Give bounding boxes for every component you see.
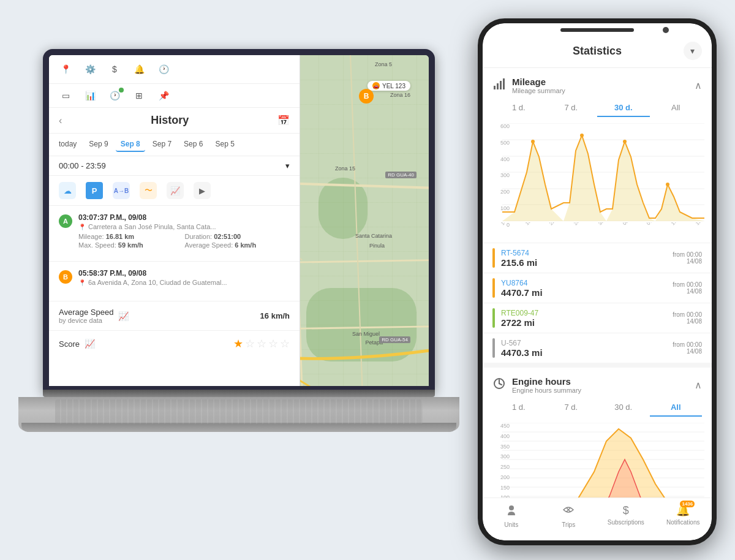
vehicle-right-yu8764: from 00:00 14/08 [673,281,702,295]
park-area-1 [306,288,417,361]
rectangle-toolbar-icon[interactable]: ▭ [59,89,72,102]
engine-period-tabs: 1 d. 7 d. 30 d. All [483,399,712,423]
vehicle-entry-rte00947[interactable]: RTE009-47 2722 mi from 00:00 14/08 [483,303,712,333]
mileage-title: Mileage [512,77,565,87]
time-range-selector[interactable]: 00:00 - 23:59 ▾ [49,156,300,176]
star-2: ☆ [245,337,255,350]
date-tab-today[interactable]: today [54,137,81,152]
stars-rating[interactable]: ★ ☆ ☆ ☆ ☆ [233,337,290,350]
toolbar-panel: 📍 ⚙️ $ 🔔 🕐 ▭ 📊 🕐 ⊞ [49,55,300,386]
route-action-icon[interactable]: 〜 [140,182,157,199]
parking-action-icon[interactable]: P [86,182,103,199]
vehicle-entry-u567[interactable]: U-567 4470.3 mi from 00:00 14/08 [483,333,712,363]
location-toolbar-icon[interactable]: 📍 [59,62,72,76]
laptop-screen: Ciudad de Guatemala Santa Catarina Pinul… [43,49,435,392]
clock-toolbar-icon[interactable]: 🕐 [157,62,170,76]
date-tab-sep8[interactable]: Sep 8 [116,137,145,152]
phone-expand-button[interactable]: ▾ [684,42,702,60]
phone: Statistics ▾ [478,18,717,545]
play-action-icon[interactable]: ▶ [194,182,211,199]
period-tab-7d[interactable]: 7 d. [545,99,598,117]
period-tab-30d[interactable]: 30 d. [597,99,650,117]
vehicle-info-yu8764: YU8764 4470.7 mi [501,279,543,298]
ab-action-icon[interactable]: A→B [113,182,130,199]
vehicle-name-rte00947: RTE009-47 [501,309,538,317]
time-range-value: 00:00 - 23:59 [59,161,106,170]
cloud-action-icon[interactable]: ☁ [59,182,76,199]
engine-tab-7d[interactable]: 7 d. [545,399,598,417]
date-tab-sep9[interactable]: Sep 9 [84,137,113,152]
x-2208: 22/08 [548,222,561,226]
phone-content[interactable]: Mileage Mileage summary ∧ 1 d. 7 d. 30 d… [483,68,712,498]
chart-action-icon[interactable]: 📈 [167,182,184,199]
vehicle-info-rt5674: RT-5674 215.6 mi [501,249,537,268]
vehicle-from-u567: from 00:00 [673,341,702,348]
y-600: 600 [500,123,510,129]
mileage-title-text: Mileage Mileage summary [512,77,565,94]
time-range-chevron: ▾ [285,161,290,170]
date-tabs: today Sep 9 Sep 8 Sep 7 Sep 6 Sep 5 [49,134,300,156]
date-tab-sep7[interactable]: Sep 7 [148,137,176,152]
grid-toolbar-icon[interactable]: ⊞ [132,89,146,102]
vehicle-color-yu8764 [492,278,495,298]
y-300: 300 [500,172,510,178]
mileage-chart: 600 500 400 300 200 100 0 [495,123,712,243]
svg-rect-1 [497,83,499,89]
period-tab-1d[interactable]: 1 d. [492,99,545,117]
svg-rect-0 [494,86,496,89]
yel-icon: 🚗 [372,82,380,89]
date-tab-sep6[interactable]: Sep 6 [179,137,208,152]
ey-350: 350 [500,444,510,450]
y-100: 100 [500,205,510,211]
history-header: ‹ History 📅 [49,108,300,134]
yel-text: YEL 123 [382,83,405,89]
nav-trips[interactable]: Trips [540,503,598,528]
trip-info-b: 05:58:37 P.M., 09/08 📍 6a Avenida A, Zon… [78,269,290,289]
engine-tab-30d[interactable]: 30 d. [597,399,650,417]
phone-vol-left-button [478,115,479,158]
avg-speed-section: Average Speed by device data 📈 16 km/h [49,301,300,331]
pin-toolbar-icon[interactable]: 📌 [157,89,170,102]
trip-location-b: 📍 6a Avenida A, Zona 10, Ciudad de Guate… [78,279,290,286]
vehicle-mileage-yu8764: 4470.7 mi [501,287,543,298]
score-section: Score 📈 ★ ☆ ☆ ☆ ☆ [49,331,300,357]
x-1109: 11/09 [670,222,683,226]
vehicle-name-yu8764: YU8764 [501,279,543,287]
date-tab-sep5[interactable]: Sep 5 [210,137,239,152]
santa-catarina-label2: Pinula [369,243,385,249]
vehicle-entry-yu8764[interactable]: YU8764 4470.7 mi from 00:00 14/08 [483,273,712,303]
scene: Ciudad de Guatemala Santa Catarina Pinul… [0,0,735,560]
calendar-icon[interactable]: 📅 [277,115,290,126]
route-toolbar-icon[interactable]: ⚙️ [83,62,97,76]
star-5: ☆ [280,337,290,350]
engine-tab-all[interactable]: All [650,399,703,417]
history-title: History [68,114,271,127]
mileage-collapse-button[interactable]: ∧ [695,80,702,91]
vehicle-entries: RT-5674 215.6 mi from 00:00 14/08 [483,243,712,363]
engine-collapse-button[interactable]: ∧ [695,379,702,391]
bell-toolbar-icon[interactable]: 🔔 [132,62,146,76]
score-label: Score 📈 [59,339,95,349]
x-0309: 03/09 [622,222,635,226]
x-axis: 14/08 18/08 22/08 26/08 30/08 03/09 07/0… [500,222,707,228]
engine-section-header: Engine hours Engine hours summary ∧ [483,368,712,399]
mileage-icon [492,77,506,94]
period-tab-all[interactable]: All [650,99,703,117]
vehicle-name-u567: U-567 [501,339,543,347]
dollar-toolbar-icon[interactable]: $ [108,62,121,76]
vehicle-entry-rt5674[interactable]: RT-5674 215.6 mi from 00:00 14/08 [483,243,712,273]
engine-y-axis: 450 400 350 300 250 200 150 100 50 0 [495,423,510,498]
laptop-hinge [43,390,435,397]
phone-screen: Statistics ▾ [483,23,712,540]
chart-toolbar-icon[interactable]: 📊 [83,89,97,102]
nav-subscriptions[interactable]: $ Subscriptions [597,503,655,528]
nav-units[interactable]: Units [483,503,540,528]
trip-entry-a: A 03:07:37 P.M., 09/08 📍 Carretera a San… [49,206,300,262]
history-toolbar-icon[interactable]: 🕐 [108,89,121,102]
engine-tab-1d[interactable]: 1 d. [492,399,545,417]
trip-point-a: A 03:07:37 P.M., 09/08 📍 Carretera a San… [59,213,290,249]
svg-point-15 [666,183,669,186]
trip-time-b: 05:58:37 P.M., 09/08 [78,269,290,278]
history-back-button[interactable]: ‹ [59,115,62,126]
nav-notifications[interactable]: 🔔 1436 Notifications [655,503,712,528]
